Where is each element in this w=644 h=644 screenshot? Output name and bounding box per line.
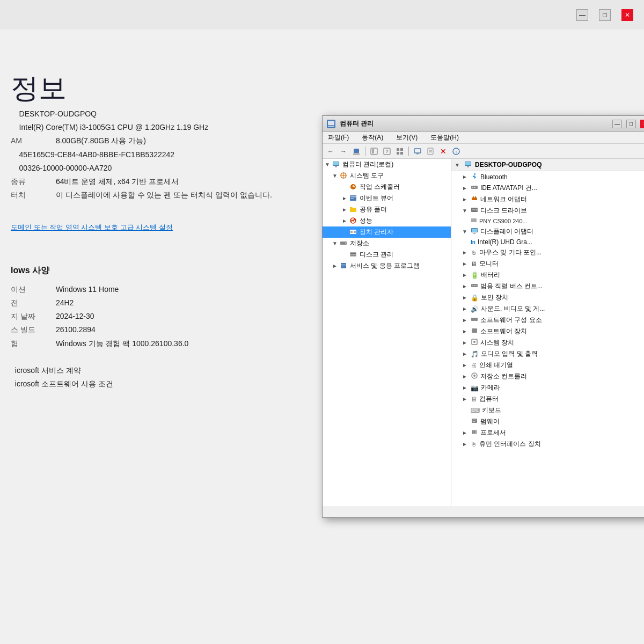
install-date-value: 2024-12-30: [56, 312, 94, 320]
tree-services[interactable]: ► 서비스 및 응용 프로그램: [323, 260, 451, 272]
svg-rect-55: [472, 229, 477, 232]
right-print-queue-label: 인쇄 대기열: [479, 361, 513, 370]
tree-performance-label: 성능: [360, 216, 372, 225]
right-processor[interactable]: ► 프로세서: [451, 427, 644, 438]
toolbar-grid[interactable]: [394, 145, 406, 157]
menu-file[interactable]: 파일(F): [326, 132, 351, 143]
right-intel-uhd-label: Intel(R) UHD Gra...: [478, 238, 532, 246]
svg-rect-61: [474, 318, 478, 321]
right-sound[interactable]: ► 🔊 사운드, 비디오 및 게...: [451, 303, 644, 314]
svg-text:i: i: [456, 149, 457, 155]
cpu-value: Intel(R) Core(TM) i3-1005G1 CPU @ 1.20GH…: [19, 123, 209, 131]
cm-menu-bar: 파일(F) 동작(A) 보기(V) 도움말(H): [323, 132, 644, 144]
svg-rect-12: [414, 149, 421, 153]
right-security[interactable]: ► 🔒 보안 장치: [451, 292, 644, 303]
menu-help[interactable]: 도움말(H): [428, 132, 461, 143]
page-title: 정보: [11, 70, 67, 107]
tree-root[interactable]: ▼ 컴퓨터 관리(로컬): [323, 159, 451, 170]
right-keyboard[interactable]: ⌨ 키보드: [451, 405, 644, 416]
right-audio-io[interactable]: ► 🎵 오디오 입력 및 출력: [451, 348, 644, 360]
type-value: 64비트 운영 체제, x64 기반 프로세서: [56, 177, 179, 186]
svg-rect-30: [354, 231, 356, 233]
svg-rect-3: [353, 153, 360, 155]
right-ide[interactable]: ► IDE ATA/ATAPI 컨...: [451, 182, 644, 194]
right-battery[interactable]: ► 🔋 배터리: [451, 269, 644, 281]
cm-title-bar: 컴퓨터 관리 — □ ✕: [323, 116, 644, 132]
right-header: ▼ DESKTOP-OUDGPOQ: [451, 159, 644, 171]
cm-maximize-button[interactable]: □: [626, 120, 636, 128]
toolbar-info[interactable]: i: [450, 145, 462, 157]
maximize-button[interactable]: □: [599, 9, 611, 21]
tree-device-manager[interactable]: ▶ 장치 관리자: [323, 226, 451, 238]
svg-rect-48: [475, 196, 476, 198]
svg-rect-25: [350, 196, 356, 197]
menu-view[interactable]: 보기(V): [394, 132, 420, 143]
edition-value: Windows 11 Home: [56, 285, 119, 294]
right-monitor[interactable]: ► 🖥 모니터: [451, 258, 644, 269]
toolbar-export[interactable]: [425, 145, 436, 157]
svg-rect-62: [472, 328, 477, 333]
right-software-comp[interactable]: ► 소프트웨어 구성 요소: [451, 314, 644, 326]
minimize-button[interactable]: —: [576, 9, 588, 21]
experience-value: Windows 기능 경험 팩 1000.26100.36.0: [56, 339, 188, 348]
right-intel-uhd[interactable]: In Intel(R) UHD Gra...: [451, 237, 644, 247]
svg-rect-67: [472, 419, 477, 423]
svg-rect-68: [473, 420, 476, 420]
right-disk-drive[interactable]: ▼ 디스크 드라이브: [451, 205, 644, 216]
toolbar-show-hide[interactable]: [368, 145, 380, 157]
right-system-dev[interactable]: ► 시스템 장치: [451, 337, 644, 348]
svg-rect-42: [465, 162, 471, 165]
right-firmware[interactable]: 펌웨어: [451, 416, 644, 427]
svg-rect-14: [428, 148, 433, 155]
close-button[interactable]: ✕: [621, 9, 633, 21]
svg-rect-46: [472, 197, 477, 200]
right-bluetooth-label: Bluetooth: [480, 173, 508, 181]
toolbar-forward[interactable]: →: [338, 145, 349, 157]
cm-minimize-button[interactable]: —: [612, 120, 622, 128]
tree-disk-management[interactable]: ▶ 디스크 관리: [323, 249, 451, 260]
right-mouse[interactable]: ► 🖱 마우스 및 기타 포인...: [451, 247, 644, 258]
cm-close-button[interactable]: ✕: [640, 120, 644, 128]
svg-rect-37: [341, 265, 346, 265]
tree-task-scheduler[interactable]: ▶ 작업 스케줄러: [323, 181, 451, 193]
svg-point-50: [476, 209, 478, 211]
tree-performance[interactable]: ► 성능: [323, 215, 451, 226]
right-network-adapter[interactable]: ► 네트워크 어댑터: [451, 194, 644, 205]
right-pny[interactable]: PNY CS900 240...: [451, 216, 644, 226]
toolbar-computer[interactable]: [412, 145, 423, 157]
right-storage-ctrl[interactable]: ► 저장소 컨트롤러: [451, 371, 644, 382]
cm-title-icon: [327, 120, 335, 128]
right-computer[interactable]: ► 🖥 컴퓨터: [451, 393, 644, 405]
right-bluetooth[interactable]: ► Bluetooth: [451, 171, 644, 182]
svg-rect-8: [397, 148, 399, 151]
toolbar-back[interactable]: ←: [325, 145, 336, 157]
svg-rect-44: [472, 187, 473, 188]
right-battery-label: 배터리: [481, 270, 500, 280]
right-camera[interactable]: ► 📷 카메라: [451, 382, 644, 393]
svg-point-64: [473, 341, 475, 343]
toolbar-properties[interactable]: ?: [381, 145, 393, 157]
right-hid[interactable]: ► 🖱 휴먼 인터페이스 장치: [451, 438, 644, 450]
version-label: 전: [11, 296, 54, 310]
toolbar-up[interactable]: [350, 145, 362, 157]
tree-shared-folders[interactable]: ► 공유 폴더: [323, 204, 451, 215]
tree-event-viewer[interactable]: ► 이벤트 뷰어: [323, 193, 451, 204]
toolbar-delete[interactable]: ✕: [437, 145, 449, 157]
tree-services-label: 서비스 및 응용 프로그램: [350, 261, 420, 270]
tree-system-tools[interactable]: ▼ 시스템 도구: [323, 170, 451, 181]
svg-rect-47: [473, 196, 474, 198]
right-print-queue[interactable]: ► 🖨 인쇄 대기열: [451, 360, 644, 371]
right-display-adapter[interactable]: ▼ 디스플레이 어댑터: [451, 226, 644, 237]
svg-point-32: [345, 243, 346, 244]
right-software-dev[interactable]: ► 소프트웨어 장치: [451, 326, 644, 337]
right-bus-controller[interactable]: ► 범용 직렬 버스 컨트...: [451, 281, 644, 292]
cm-left-panel: ▼ 컴퓨터 관리(로컬) ▼ 시스템 도구 ▶ 작업 스케: [323, 159, 451, 507]
tree-storage-label: 저장소: [350, 239, 369, 248]
menu-action[interactable]: 동작(A): [360, 132, 385, 143]
tree-task-scheduler-label: 작업 스케줄러: [360, 182, 400, 192]
right-display-adapter-label: 디스플레이 어댑터: [480, 227, 533, 236]
tree-storage[interactable]: ▼ 저장소: [323, 238, 451, 249]
svg-rect-20: [335, 166, 337, 167]
svg-rect-10: [397, 152, 399, 155]
right-mouse-label: 마우스 및 기타 포인...: [479, 248, 541, 257]
